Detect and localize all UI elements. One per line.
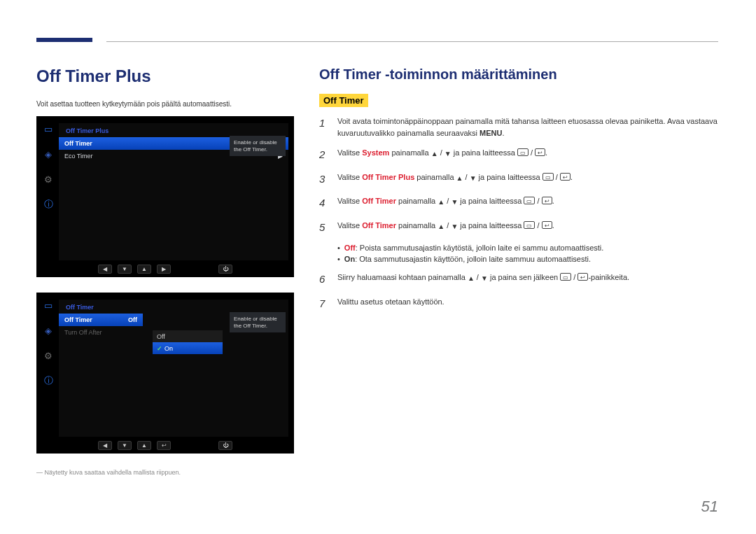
button-b-icon: ↩	[578, 273, 588, 281]
osd2-row-off-timer: Off Timer Off	[59, 314, 143, 326]
step6-post: -painikkeita.	[588, 273, 629, 281]
target-icon: ◈	[40, 322, 57, 339]
step-7: 7 Valittu asetus otetaan käyttöön.	[319, 296, 718, 312]
osd2-row-turn-off-after: Turn Off After	[59, 326, 143, 339]
button-a-icon: ▭	[517, 148, 528, 156]
down-arrow-icon: ▼	[451, 197, 458, 207]
target-icon: ◈	[40, 146, 57, 162]
note-text: ― Näytetty kuva saattaa vaihdella mallis…	[36, 469, 295, 476]
step-num: 6	[319, 272, 329, 288]
keyword: Off Timer	[362, 221, 396, 230]
top-divider	[106, 41, 718, 42]
step-4: 4 Valitse Off Timer painamalla ▲ / ▼ ja …	[319, 195, 718, 211]
monitor-icon: ▭	[40, 297, 57, 314]
step-num: 3	[319, 171, 329, 188]
gear-icon: ⚙	[40, 347, 57, 364]
keyword: Off Timer	[362, 197, 396, 205]
info-icon: ⓘ	[40, 372, 57, 389]
osd2-sidebar: ▭ ◈ ⚙ ⓘ	[38, 294, 59, 437]
up-arrow-icon: ▲	[137, 441, 151, 450]
step1-pre: Voit avata toimintonäppäinoppaan painama…	[337, 117, 718, 137]
power-icon: ⏻	[218, 265, 232, 274]
pre: Valitse	[337, 148, 362, 157]
button-a-icon: ▭	[542, 173, 554, 181]
up-arrow-icon: ▲	[456, 173, 463, 183]
pre: Valitse	[337, 221, 362, 230]
pre: Valitse	[337, 173, 362, 181]
down-arrow-icon: ▼	[444, 148, 451, 159]
down-arrow-icon: ▼	[118, 441, 132, 450]
up-arrow-icon: ▲	[438, 197, 444, 207]
step-num: 5	[319, 220, 329, 236]
mid: painamalla	[396, 221, 438, 230]
step-num: 1	[319, 115, 329, 139]
osd2-dropdown: Off ✓ On	[153, 330, 223, 354]
right-arrow-icon: ▶	[157, 265, 171, 274]
top-accent-bar	[36, 38, 92, 42]
step-num: 4	[319, 195, 329, 211]
left-title: Off Timer Plus	[36, 66, 295, 86]
gear-icon: ⚙	[40, 171, 57, 188]
osd-screenshot-1: ▭ ◈ ⚙ ⓘ Off Timer Plus Off Timer ▶ Eco T…	[36, 116, 294, 277]
bullet-on-keyword: On	[344, 255, 355, 263]
pre: Valitse	[337, 197, 362, 205]
dropdown-on-option: ✓ On	[153, 342, 223, 354]
step-3: 3 Valitse Off Timer Plus painamalla ▲ / …	[319, 171, 718, 188]
button-a-icon: ▭	[560, 273, 571, 281]
step-5: 5 Valitse Off Timer painamalla ▲ / ▼ ja …	[319, 220, 718, 236]
down-arrow-icon: ▼	[481, 273, 488, 283]
step7-text: Valittu asetus otetaan käyttöön.	[337, 296, 718, 312]
osd1-row1-label: Off Timer	[64, 140, 92, 147]
bullet-off-text: : Poista sammutusajastin käytöstä, jollo…	[356, 244, 604, 252]
mid: painamalla	[414, 173, 456, 181]
down-arrow-icon: ▼	[470, 173, 477, 183]
monitor-icon: ▭	[40, 120, 57, 137]
menu-label: MENU	[479, 129, 502, 137]
return-icon: ↩	[157, 441, 171, 450]
osd1-title: Off Timer Plus	[59, 123, 288, 137]
steps-list: 1 Voit avata toimintonäppäinoppaan paina…	[319, 115, 718, 235]
up-arrow-icon: ▲	[468, 273, 475, 283]
steps-list-2: 6 Siirry haluamaasi kohtaan painamalla ▲…	[319, 272, 718, 311]
post: ja paina laitteessa	[458, 197, 524, 205]
keyword: Off Timer Plus	[362, 173, 414, 181]
osd1-footer-buttons: ◀ ▼ ▲ ▶ ⏻	[38, 262, 293, 276]
step-1: 1 Voit avata toimintonäppäinoppaan paina…	[319, 115, 718, 139]
step-6: 6 Siirry haluamaasi kohtaan painamalla ▲…	[319, 272, 718, 288]
mid: painamalla	[389, 148, 430, 157]
osd2-title: Off Timer	[59, 300, 288, 314]
button-b-icon: ↩	[542, 221, 552, 229]
step1-post: .	[502, 129, 504, 137]
bullet-on-text: : Ota sammutusajastin käyttöön, jolloin …	[355, 255, 591, 263]
left-arrow-icon: ◀	[98, 441, 112, 450]
post: ja paina laitteessa	[451, 148, 517, 157]
osd2-row2-label: Turn Off After	[64, 329, 102, 336]
intro-text: Voit asettaa tuotteen kytkeytymään pois …	[36, 100, 295, 108]
post: ja paina laitteessa	[458, 221, 524, 230]
osd2-footer-buttons: ◀ ▼ ▲ ↩ ⏻	[38, 438, 293, 452]
osd2-row1-value: Off	[128, 316, 137, 323]
subhead-off-timer: Off Timer	[319, 94, 368, 107]
page-number: 51	[701, 498, 718, 516]
up-arrow-icon: ▲	[431, 148, 438, 159]
check-icon: ✓	[157, 345, 162, 352]
keyword: System	[362, 148, 389, 157]
down-arrow-icon: ▼	[118, 265, 132, 274]
button-b-icon: ↩	[535, 148, 545, 156]
osd2-tooltip: Enable or disable the Off Timer.	[230, 312, 286, 332]
bullet-off: Off: Poista sammutusajastin käytöstä, jo…	[337, 244, 718, 252]
down-arrow-icon: ▼	[451, 221, 458, 232]
step6-mid: ja paina sen jälkeen	[488, 273, 560, 281]
power-icon: ⏻	[218, 441, 232, 450]
post: ja paina laitteessa	[477, 173, 542, 181]
left-arrow-icon: ◀	[98, 265, 112, 274]
dropdown-off-option: Off	[153, 330, 223, 342]
step6-pre: Siirry haluamaasi kohtaan painamalla	[337, 273, 468, 281]
dropdown-on-label: On	[164, 345, 173, 352]
button-b-icon: ↩	[560, 173, 570, 181]
bullet-off-keyword: Off	[344, 244, 356, 252]
step-num: 7	[319, 296, 329, 312]
info-icon: ⓘ	[40, 196, 57, 213]
button-a-icon: ▭	[524, 221, 535, 229]
osd1-sidebar: ▭ ◈ ⚙ ⓘ	[38, 118, 59, 260]
